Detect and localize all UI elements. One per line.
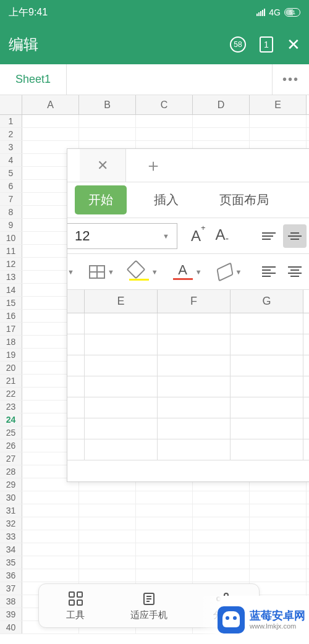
- col-header[interactable]: B: [79, 95, 136, 114]
- cell[interactable]: [22, 128, 79, 140]
- badge-icon[interactable]: 58: [230, 36, 246, 53]
- cell[interactable]: [136, 543, 193, 556]
- overlay-row[interactable]: [67, 418, 309, 439]
- cell[interactable]: [22, 530, 79, 543]
- overlay-cell[interactable]: [158, 313, 231, 334]
- font-decrease-button[interactable]: A-: [211, 226, 234, 246]
- cell[interactable]: [136, 517, 193, 530]
- row-header[interactable]: 34: [0, 543, 22, 556]
- tools-button[interactable]: 工具: [39, 584, 112, 627]
- overlay-cell[interactable]: [158, 439, 231, 460]
- cell[interactable]: [193, 543, 250, 556]
- cell[interactable]: [193, 128, 250, 140]
- row-header[interactable]: 21: [0, 375, 22, 387]
- cell[interactable]: [79, 569, 136, 582]
- overlay-tab-close[interactable]: ✕: [80, 149, 126, 182]
- numbering-dropdown[interactable]: ▼: [67, 268, 78, 276]
- cell[interactable]: [136, 128, 193, 140]
- row-header[interactable]: 12: [0, 258, 22, 270]
- cell[interactable]: [250, 115, 307, 127]
- sheet-row[interactable]: 30: [0, 491, 309, 504]
- cell[interactable]: [79, 556, 136, 569]
- overlay-cell[interactable]: [231, 334, 303, 355]
- overlay-row[interactable]: [67, 439, 309, 460]
- ov-col-header[interactable]: E: [85, 290, 158, 313]
- row-header[interactable]: 17: [0, 323, 22, 335]
- ov-col-header[interactable]: F: [158, 290, 231, 313]
- eraser-button[interactable]: ▼: [213, 266, 246, 278]
- row-header[interactable]: 40: [0, 621, 22, 633]
- row-header[interactable]: 24: [0, 413, 22, 426]
- align-middle-button[interactable]: [283, 224, 307, 248]
- row-header[interactable]: 32: [0, 517, 22, 530]
- cell[interactable]: [79, 115, 136, 127]
- col-header[interactable]: C: [136, 95, 193, 114]
- overlay-cell[interactable]: [158, 418, 231, 439]
- align-left-button[interactable]: [257, 260, 281, 284]
- cell[interactable]: [22, 115, 79, 127]
- cell[interactable]: [79, 504, 136, 517]
- row-header[interactable]: 10: [0, 232, 22, 244]
- fill-color-button[interactable]: ▼: [125, 263, 162, 281]
- overlay-cell[interactable]: [85, 355, 158, 376]
- cell[interactable]: [193, 115, 250, 127]
- row-header[interactable]: 39: [0, 608, 22, 621]
- overlay-row[interactable]: [67, 313, 309, 334]
- row-header[interactable]: 20: [0, 362, 22, 374]
- row-header[interactable]: 25: [0, 426, 22, 439]
- cell[interactable]: [22, 491, 79, 504]
- sheet-row[interactable]: 35: [0, 556, 309, 569]
- adapt-button[interactable]: 适应手机: [112, 584, 186, 627]
- overlay-cell[interactable]: [85, 418, 158, 439]
- cell[interactable]: [79, 491, 136, 504]
- sheet-row[interactable]: 32: [0, 517, 309, 530]
- cell[interactable]: [193, 504, 250, 517]
- row-header[interactable]: 6: [0, 180, 22, 192]
- cell[interactable]: [136, 504, 193, 517]
- ribbon-layout[interactable]: 页面布局: [206, 185, 282, 214]
- row-header[interactable]: 36: [0, 569, 22, 582]
- cell[interactable]: [22, 517, 79, 530]
- cell[interactable]: [250, 569, 307, 582]
- overlay-row[interactable]: [67, 397, 309, 418]
- col-header[interactable]: A: [22, 95, 79, 114]
- cell[interactable]: [22, 543, 79, 556]
- row-header[interactable]: 35: [0, 556, 22, 569]
- close-button[interactable]: ✕: [287, 35, 300, 54]
- sheet-row[interactable]: 33: [0, 530, 309, 543]
- overlay-cell[interactable]: [231, 355, 303, 376]
- font-size-select[interactable]: 12 ▼: [67, 223, 177, 249]
- overlay-cell[interactable]: [231, 376, 303, 397]
- cell[interactable]: [79, 128, 136, 140]
- row-header[interactable]: 13: [0, 271, 22, 283]
- row-header[interactable]: 3: [0, 141, 22, 153]
- overlay-cell[interactable]: [231, 418, 303, 439]
- font-increase-button[interactable]: A+: [186, 227, 211, 245]
- overlay-cell[interactable]: [231, 313, 303, 334]
- cell[interactable]: [79, 530, 136, 543]
- row-header[interactable]: 2: [0, 128, 22, 140]
- row-header[interactable]: 15: [0, 297, 22, 309]
- row-header[interactable]: 7: [0, 193, 22, 205]
- sheet-row[interactable]: 36: [0, 569, 309, 582]
- row-header[interactable]: 26: [0, 439, 22, 452]
- sheet-row[interactable]: 31: [0, 504, 309, 517]
- cell[interactable]: [193, 517, 250, 530]
- cell[interactable]: [193, 569, 250, 582]
- cell[interactable]: [250, 504, 307, 517]
- cell[interactable]: [250, 530, 307, 543]
- row-header[interactable]: 27: [0, 452, 22, 465]
- overlay-cell[interactable]: [158, 376, 231, 397]
- row-header[interactable]: 9: [0, 219, 22, 231]
- row-header[interactable]: 19: [0, 349, 22, 361]
- overlay-cell[interactable]: [85, 334, 158, 355]
- cell[interactable]: [250, 491, 307, 504]
- row-header[interactable]: 5: [0, 167, 22, 179]
- add-tab-button[interactable]: ＋: [131, 154, 162, 177]
- cell[interactable]: [136, 115, 193, 127]
- overlay-row[interactable]: [67, 376, 309, 397]
- cell[interactable]: [250, 128, 307, 140]
- cell[interactable]: [79, 517, 136, 530]
- row-header[interactable]: 29: [0, 478, 22, 491]
- cell[interactable]: [193, 491, 250, 504]
